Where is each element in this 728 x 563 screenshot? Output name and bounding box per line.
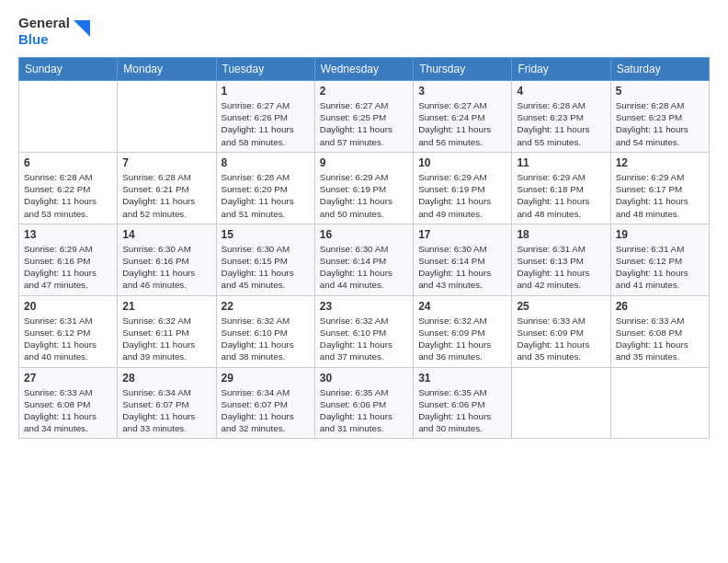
header: General Blue: [18, 15, 710, 48]
day-info: Sunrise: 6:35 AM Sunset: 6:06 PM Dayligh…: [320, 386, 408, 435]
day-info: Sunrise: 6:31 AM Sunset: 6:12 PM Dayligh…: [616, 243, 704, 292]
day-number: 26: [616, 300, 704, 313]
day-info: Sunrise: 6:28 AM Sunset: 6:22 PM Dayligh…: [24, 171, 112, 220]
week-row-1: 6Sunrise: 6:28 AM Sunset: 6:22 PM Daylig…: [19, 152, 710, 224]
day-info: Sunrise: 6:27 AM Sunset: 6:24 PM Dayligh…: [418, 99, 506, 148]
calendar-cell: 11Sunrise: 6:29 AM Sunset: 6:18 PM Dayli…: [512, 152, 610, 224]
weekday-header-friday: Friday: [512, 58, 610, 81]
day-info: Sunrise: 6:29 AM Sunset: 6:19 PM Dayligh…: [320, 171, 408, 220]
week-row-3: 20Sunrise: 6:31 AM Sunset: 6:12 PM Dayli…: [19, 295, 710, 367]
day-info: Sunrise: 6:29 AM Sunset: 6:17 PM Dayligh…: [616, 171, 704, 220]
day-number: 20: [24, 300, 112, 313]
day-info: Sunrise: 6:27 AM Sunset: 6:26 PM Dayligh…: [222, 99, 310, 148]
day-info: Sunrise: 6:30 AM Sunset: 6:15 PM Dayligh…: [222, 243, 310, 292]
calendar-cell: 6Sunrise: 6:28 AM Sunset: 6:22 PM Daylig…: [19, 152, 118, 224]
day-number: 9: [320, 156, 408, 169]
day-info: Sunrise: 6:29 AM Sunset: 6:16 PM Dayligh…: [24, 243, 112, 292]
day-number: 2: [320, 85, 408, 98]
calendar-cell: 3Sunrise: 6:27 AM Sunset: 6:24 PM Daylig…: [414, 81, 512, 153]
calendar-cell: 19Sunrise: 6:31 AM Sunset: 6:12 PM Dayli…: [610, 224, 709, 295]
day-number: 1: [222, 85, 310, 98]
calendar-cell: [610, 367, 709, 439]
day-info: Sunrise: 6:29 AM Sunset: 6:19 PM Dayligh…: [418, 171, 506, 220]
day-number: 25: [517, 300, 605, 313]
calendar-cell: 4Sunrise: 6:28 AM Sunset: 6:23 PM Daylig…: [512, 81, 610, 153]
logo-text: General Blue: [18, 15, 70, 48]
calendar-cell: 21Sunrise: 6:32 AM Sunset: 6:11 PM Dayli…: [118, 295, 216, 367]
weekday-header-tuesday: Tuesday: [216, 58, 314, 81]
day-info: Sunrise: 6:31 AM Sunset: 6:13 PM Dayligh…: [517, 243, 605, 292]
day-number: 18: [517, 228, 605, 241]
day-number: 3: [418, 85, 506, 98]
calendar-cell: 22Sunrise: 6:32 AM Sunset: 6:10 PM Dayli…: [216, 295, 314, 367]
calendar-cell: 16Sunrise: 6:30 AM Sunset: 6:14 PM Dayli…: [314, 224, 413, 295]
calendar-cell: 7Sunrise: 6:28 AM Sunset: 6:21 PM Daylig…: [118, 152, 216, 224]
day-number: 6: [24, 156, 112, 169]
day-number: 16: [320, 228, 408, 241]
calendar-cell: 20Sunrise: 6:31 AM Sunset: 6:12 PM Dayli…: [19, 295, 118, 367]
weekday-header-sunday: Sunday: [19, 58, 118, 81]
day-info: Sunrise: 6:27 AM Sunset: 6:25 PM Dayligh…: [320, 99, 408, 148]
day-number: 29: [222, 372, 310, 385]
day-number: 23: [320, 300, 408, 313]
day-info: Sunrise: 6:32 AM Sunset: 6:10 PM Dayligh…: [320, 315, 408, 363]
logo-blue: Blue: [18, 31, 49, 47]
weekday-header-saturday: Saturday: [610, 58, 709, 81]
day-number: 30: [320, 372, 408, 385]
calendar-table: SundayMondayTuesdayWednesdayThursdayFrid…: [18, 57, 710, 439]
calendar-cell: 14Sunrise: 6:30 AM Sunset: 6:16 PM Dayli…: [118, 224, 216, 295]
calendar-cell: [512, 367, 610, 439]
week-row-0: 1Sunrise: 6:27 AM Sunset: 6:26 PM Daylig…: [19, 81, 710, 153]
calendar-cell: 15Sunrise: 6:30 AM Sunset: 6:15 PM Dayli…: [216, 224, 314, 295]
day-info: Sunrise: 6:28 AM Sunset: 6:23 PM Dayligh…: [616, 99, 704, 148]
day-info: Sunrise: 6:33 AM Sunset: 6:09 PM Dayligh…: [517, 315, 605, 363]
logo: General Blue: [18, 15, 90, 48]
calendar-cell: 12Sunrise: 6:29 AM Sunset: 6:17 PM Dayli…: [610, 152, 709, 224]
weekday-header-thursday: Thursday: [414, 58, 512, 81]
calendar-cell: 26Sunrise: 6:33 AM Sunset: 6:08 PM Dayli…: [610, 295, 709, 367]
day-info: Sunrise: 6:29 AM Sunset: 6:18 PM Dayligh…: [517, 171, 605, 220]
calendar-cell: 10Sunrise: 6:29 AM Sunset: 6:19 PM Dayli…: [414, 152, 512, 224]
day-number: 12: [616, 156, 704, 169]
calendar-cell: 18Sunrise: 6:31 AM Sunset: 6:13 PM Dayli…: [512, 224, 610, 295]
day-number: 10: [418, 156, 506, 169]
calendar-cell: 5Sunrise: 6:28 AM Sunset: 6:23 PM Daylig…: [610, 81, 709, 153]
day-info: Sunrise: 6:30 AM Sunset: 6:14 PM Dayligh…: [418, 243, 506, 292]
day-number: 11: [517, 156, 605, 169]
svg-marker-0: [74, 20, 90, 37]
calendar-cell: [19, 81, 118, 153]
week-row-4: 27Sunrise: 6:33 AM Sunset: 6:08 PM Dayli…: [19, 367, 710, 439]
calendar-cell: 2Sunrise: 6:27 AM Sunset: 6:25 PM Daylig…: [314, 81, 413, 153]
calendar-cell: 23Sunrise: 6:32 AM Sunset: 6:10 PM Dayli…: [314, 295, 413, 367]
calendar-cell: 30Sunrise: 6:35 AM Sunset: 6:06 PM Dayli…: [314, 367, 413, 439]
day-number: 15: [222, 228, 310, 241]
day-number: 22: [222, 300, 310, 313]
day-info: Sunrise: 6:32 AM Sunset: 6:11 PM Dayligh…: [122, 315, 210, 363]
day-number: 5: [616, 85, 704, 98]
weekday-header-wednesday: Wednesday: [314, 58, 413, 81]
day-info: Sunrise: 6:33 AM Sunset: 6:08 PM Dayligh…: [24, 386, 112, 435]
day-number: 24: [418, 300, 506, 313]
calendar-cell: 25Sunrise: 6:33 AM Sunset: 6:09 PM Dayli…: [512, 295, 610, 367]
day-info: Sunrise: 6:30 AM Sunset: 6:14 PM Dayligh…: [320, 243, 408, 292]
day-info: Sunrise: 6:28 AM Sunset: 6:23 PM Dayligh…: [517, 99, 605, 148]
day-info: Sunrise: 6:28 AM Sunset: 6:21 PM Dayligh…: [122, 171, 210, 220]
day-number: 19: [616, 228, 704, 241]
day-info: Sunrise: 6:30 AM Sunset: 6:16 PM Dayligh…: [122, 243, 210, 292]
calendar-cell: 1Sunrise: 6:27 AM Sunset: 6:26 PM Daylig…: [216, 81, 314, 153]
calendar-cell: 17Sunrise: 6:30 AM Sunset: 6:14 PM Dayli…: [414, 224, 512, 295]
calendar-cell: 24Sunrise: 6:32 AM Sunset: 6:09 PM Dayli…: [414, 295, 512, 367]
day-info: Sunrise: 6:33 AM Sunset: 6:08 PM Dayligh…: [616, 315, 704, 363]
day-number: 31: [418, 372, 506, 385]
day-number: 14: [122, 228, 210, 241]
day-info: Sunrise: 6:31 AM Sunset: 6:12 PM Dayligh…: [24, 315, 112, 363]
calendar-cell: 13Sunrise: 6:29 AM Sunset: 6:16 PM Dayli…: [19, 224, 118, 295]
weekday-header-monday: Monday: [118, 58, 216, 81]
day-info: Sunrise: 6:34 AM Sunset: 6:07 PM Dayligh…: [222, 386, 310, 435]
logo-general: General: [18, 15, 70, 30]
day-number: 28: [122, 372, 210, 385]
day-info: Sunrise: 6:35 AM Sunset: 6:06 PM Dayligh…: [418, 386, 506, 435]
day-number: 21: [122, 300, 210, 313]
day-info: Sunrise: 6:28 AM Sunset: 6:20 PM Dayligh…: [222, 171, 310, 220]
day-info: Sunrise: 6:32 AM Sunset: 6:10 PM Dayligh…: [222, 315, 310, 363]
